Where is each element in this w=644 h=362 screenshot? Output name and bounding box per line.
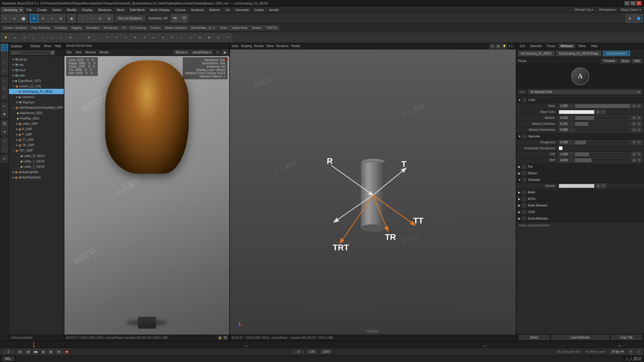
aovs-section-header[interactable]: ▶ AOVs [516,196,644,202]
scale-tool-btn[interactable]: ⤢ [48,14,56,23]
select-tool-btn[interactable]: ↖ [1,14,10,23]
maximize-button[interactable]: □ [630,1,636,6]
minimize-button[interactable]: ─ [624,1,630,6]
outliner-filter-btn[interactable]: ▼ [50,50,55,55]
melanin-anim-btn[interactable]: ▼ [637,116,642,120]
redinit-tab[interactable]: Redinit [250,25,263,30]
arnold-snap-btn[interactable]: 📸 [223,336,227,340]
render-view-btn[interactable]: 🎬 [1,120,8,127]
vp-menu-verts[interactable]: Verts [232,44,239,48]
roughness-anim-btn[interactable]: ▼ [637,140,642,145]
renderman-tab[interactable]: RenderMan_23_0 [189,25,217,30]
load-attributes-btn[interactable]: Load Attributes [551,335,609,340]
vp-menu-render[interactable]: Render [254,44,264,48]
roughness-key-btn[interactable]: ◆ [631,140,636,145]
node-btn-furclumping-shape[interactable]: furClumping_01_DESCShape [556,51,601,56]
menu-generate[interactable]: Generate [233,7,251,12]
tree-item-persp[interactable]: ▶ 📷 persp [9,57,64,62]
shelf-icon-1[interactable]: ⚡ [1,33,10,42]
shelf-icon-22[interactable]: ⊟ [195,33,204,42]
move-btn[interactable]: ↕ [1,77,8,84]
shift-slider[interactable] [575,158,630,162]
fx-caching-tab[interactable]: FX Caching [128,25,148,30]
animation-tab[interactable]: Animation [84,25,101,30]
shelf-icon-24[interactable]: ⊡ [214,33,223,42]
ngintools-tab[interactable]: InginInTools [230,25,250,30]
shelf-icon-4[interactable]: △ [29,33,38,42]
curves-surfaces-tab[interactable]: Curves / Surfaces [1,25,29,30]
shelf-icon-18[interactable]: ⊚ [158,33,167,42]
shelf-icon-16[interactable]: ⊘ [140,33,149,42]
shelf-icon-10[interactable]: ⊞ [84,33,93,42]
tree-item-tgrp[interactable]: ▶ ▣ T_GRP [9,132,64,137]
shelf-icon-23[interactable]: ⊠ [205,33,213,42]
tab-focus[interactable]: Focus [544,44,557,48]
turtle-tab[interactable]: TURTLE [264,25,279,30]
outliner-search-input[interactable] [10,50,49,55]
node-behavior-header[interactable]: ▶ Node Behavior [516,203,644,209]
opacity-swatch[interactable] [559,184,595,188]
menu-cache[interactable]: Cache [252,7,266,12]
aniso-roughness-checkbox[interactable] [559,146,563,150]
melanin-random-key-btn[interactable]: ◆ [631,128,636,132]
menu-arnold[interactable]: Arnold [267,7,281,12]
show-btn[interactable]: Show [619,59,631,63]
outliner-show-menu[interactable]: Show [42,44,52,48]
menu-uv[interactable]: UV [223,7,232,12]
base-slider[interactable] [575,104,630,108]
xgen-tool-btn[interactable]: ≋ [1,155,8,162]
xgen-tab[interactable]: XGen [217,25,229,30]
play-btn[interactable]: ▶ [41,349,47,355]
command-line[interactable] [16,357,623,361]
hypershade-tool-btn[interactable]: ◈ [1,128,8,135]
ior-anim-btn[interactable]: ▼ [637,152,642,157]
melanin-random-value[interactable]: 0.000 [559,128,574,132]
vp-menu-shading[interactable]: Shading [241,44,252,48]
curve-tool-btn[interactable]: ∿ [1,138,8,145]
uuid-section-header[interactable]: ▶ UUID [516,209,644,215]
tree-item-letter-r[interactable]: ◆ Letter_R_GEO2 [9,153,64,159]
mode-selector[interactable]: Modeling [1,7,24,13]
move-tool-btn[interactable]: ✛ [30,14,38,23]
menu-curves[interactable]: Curves [173,7,188,12]
fx-tab[interactable]: FX [120,25,128,30]
tree-item-hairstrand[interactable]: ◆ HairStrand_GEO [9,110,64,116]
shelf-icon-19[interactable]: ⌬ [168,33,177,42]
outliner-help-menu[interactable]: Help [53,44,62,48]
poly-modeling-tab[interactable]: Poly Modeling [29,25,52,30]
tree-item-letter-t4[interactable]: ◆ Letter_T_GEO4 [9,159,64,164]
play-back-btn[interactable]: ◀▶ [33,349,39,355]
diffuse-section-header[interactable]: ▶ Diffuse [516,170,644,176]
shelf-icon-17[interactable]: ⌀ [149,33,158,42]
snap-point-btn[interactable]: ⊡ [96,14,104,23]
melanin-key-btn[interactable]: ◆ [631,116,636,120]
base-color-anim-btn[interactable]: ▼ [601,110,606,114]
loop-btn[interactable]: ↺ [628,349,634,355]
hide-btn[interactable]: Hide [632,59,642,63]
prev-frame-btn[interactable]: ◀ [25,349,31,355]
menu-windows[interactable]: Windows [96,7,114,12]
ior-key-btn[interactable]: ◆ [631,152,636,157]
tree-item-objectset[interactable]: ▶ ◉ defaultObjectSet [9,175,64,180]
goto-start-btn[interactable]: ⏮ [17,349,23,355]
vertex-mode-btn[interactable]: · [1,52,8,59]
close-button[interactable]: ✕ [636,1,642,6]
camera-btn[interactable]: 📷 [171,14,179,23]
soft-select-btn[interactable]: ◉ [67,14,76,23]
tree-item-trgrp[interactable]: ▶ ▣ TR_GRP [9,142,64,148]
shelf-icon-9[interactable]: ↕ [75,33,84,42]
arnold-play-btn[interactable]: ▶ [222,50,228,55]
rotate-tool-btn[interactable]: ↻ [39,14,47,23]
shelf-icon-14[interactable]: ⚹ [121,33,130,42]
sculpt-btn[interactable]: ◉ [1,110,8,117]
shelf-icon-6[interactable]: ◇ [47,33,56,42]
shelf-icon-3[interactable]: ⊙ [20,33,29,42]
viewport-canvas-3d[interactable]: R T TT TR TRT RRCG 人人素材 RRCG 人人素材 RayCam [230,49,516,335]
copy-tab-btn[interactable]: Copy Tab [611,335,642,340]
base-anim-btn[interactable]: ▼ [637,104,642,108]
shelf-icon-7[interactable]: ⬡ [57,33,66,42]
menu-edit-mesh[interactable]: Edit Mesh [128,7,147,12]
base-color-key-btn[interactable]: ◆ [596,110,600,114]
menu-mesh[interactable]: Mesh [114,7,127,12]
sculpting-tab[interactable]: Sculpting [52,25,69,30]
